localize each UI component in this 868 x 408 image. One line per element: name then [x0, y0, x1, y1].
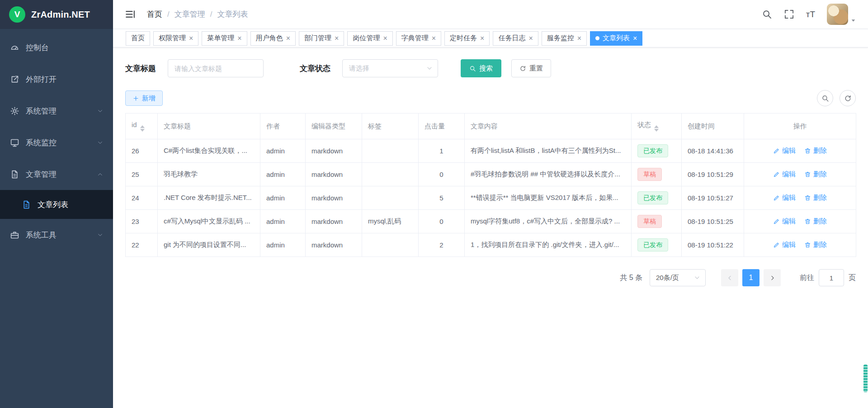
close-icon[interactable]: ×: [189, 35, 193, 42]
sort-carets-icon[interactable]: [654, 125, 659, 132]
cell-created: 08-18 14:41:36: [682, 139, 744, 163]
sidebar-item-external-open[interactable]: 外部打开: [0, 63, 113, 95]
tab-label: 定时任务: [450, 34, 477, 43]
cell-id: 25: [126, 163, 158, 186]
tab-user-roles[interactable]: 用户角色×: [250, 31, 296, 46]
refresh-icon: [519, 65, 526, 72]
cell-created: 08-19 10:51:27: [682, 186, 744, 210]
edit-link[interactable]: 编辑: [773, 217, 796, 226]
breadcrumb-item[interactable]: 文章列表: [217, 9, 248, 19]
reset-button[interactable]: 重置: [511, 59, 551, 77]
tab-post-management[interactable]: 岗位管理×: [347, 31, 392, 46]
user-menu-caret-icon[interactable]: [850, 18, 856, 24]
prev-page-button[interactable]: [721, 269, 738, 286]
user-menu: [827, 4, 856, 25]
sidebar-item-label: 系统监控: [26, 138, 57, 148]
close-icon[interactable]: ×: [335, 35, 339, 42]
user-avatar[interactable]: [827, 4, 848, 25]
close-icon[interactable]: ×: [480, 35, 484, 42]
tab-service-monitor[interactable]: 服务监控×: [542, 31, 587, 46]
delete-link[interactable]: 删除: [804, 147, 827, 155]
column-header-label: id: [132, 121, 137, 128]
toggle-search-button[interactable]: [817, 90, 833, 106]
add-button[interactable]: 新增: [125, 90, 163, 106]
topbar-actions: тT: [762, 4, 856, 25]
cell-author: admin: [260, 163, 306, 186]
edit-link[interactable]: 编辑: [773, 147, 796, 155]
font-size-icon[interactable]: тT: [806, 9, 815, 19]
sidebar-item-system-management[interactable]: 系统管理: [0, 95, 113, 127]
content: 文章标题 文章状态 请选择 搜索 重置 新: [113, 47, 868, 408]
tab-task-logs[interactable]: 任务日志×: [493, 31, 538, 46]
column-header-author: 作者: [260, 114, 306, 139]
edit-link[interactable]: 编辑: [773, 241, 796, 249]
header-search-icon[interactable]: [762, 9, 772, 19]
next-page-button[interactable]: [764, 269, 781, 286]
delete-link[interactable]: 删除: [804, 194, 827, 202]
close-icon[interactable]: ×: [633, 35, 637, 42]
article-title-input[interactable]: [168, 59, 264, 77]
edit-link[interactable]: 编辑: [773, 194, 796, 202]
fullscreen-icon[interactable]: [784, 9, 794, 19]
sidebar-item-article-list[interactable]: 文章列表: [0, 190, 113, 219]
cell-tags: [362, 186, 419, 210]
delete-link[interactable]: 删除: [804, 241, 827, 249]
cell-status: 草稿: [632, 163, 682, 186]
column-header-label: 标签: [368, 122, 382, 130]
sidebar-item-console[interactable]: 控制台: [0, 32, 113, 63]
app-title: ZrAdmin.NET: [31, 9, 90, 20]
tab-home[interactable]: 首页: [126, 31, 150, 46]
column-header-id[interactable]: id: [126, 114, 158, 139]
tab-menu-management[interactable]: 菜单管理×: [202, 31, 247, 46]
sidebar-toggle-icon[interactable]: [125, 9, 136, 20]
cell-created: 08-19 10:51:22: [682, 233, 744, 257]
topbar: 首页/文章管理/文章列表 тT: [113, 0, 868, 29]
goto-page-input[interactable]: [819, 269, 844, 286]
cell-status: 已发布: [632, 186, 682, 210]
article-status-select[interactable]: 请选择: [342, 59, 438, 77]
cell-content: mysql字符集utf8，c#写入中文后，全部显示成? ...: [465, 210, 632, 233]
delete-link-label: 删除: [813, 194, 827, 202]
tab-label: 权限管理: [159, 34, 186, 43]
close-icon[interactable]: ×: [577, 35, 581, 42]
edit-link-label: 编辑: [782, 217, 796, 226]
tab-article-list[interactable]: 文章列表×: [590, 31, 642, 46]
tab-label: 字典管理: [401, 34, 429, 43]
sort-carets-icon[interactable]: [140, 125, 145, 132]
delete-link[interactable]: 删除: [804, 170, 827, 179]
refresh-table-button[interactable]: [840, 90, 856, 106]
close-icon[interactable]: ×: [237, 35, 241, 42]
pagination: 共 5 条 20条/页 1 前往 页: [125, 269, 856, 286]
sidebar-item-system-monitor[interactable]: 系统监控: [0, 127, 113, 158]
tab-permission-management[interactable]: 权限管理×: [153, 31, 198, 46]
sidebar-item-article-management[interactable]: 文章管理: [0, 158, 113, 190]
search-button[interactable]: 搜索: [461, 59, 501, 77]
close-icon[interactable]: ×: [432, 35, 436, 42]
tab-label: 岗位管理: [353, 34, 380, 43]
delete-link-label: 删除: [813, 217, 827, 226]
delete-link[interactable]: 删除: [804, 217, 827, 226]
page-number-button[interactable]: 1: [742, 269, 760, 286]
sidebar-item-system-tools[interactable]: 系统工具: [0, 219, 113, 251]
tab-label: 部门管理: [304, 34, 331, 43]
active-dot-icon: [595, 36, 599, 40]
column-header-label: 点击量: [425, 122, 445, 130]
tab-dict-management[interactable]: 字典管理×: [396, 31, 441, 46]
table-toolbar: 新增: [125, 90, 856, 106]
close-icon[interactable]: ×: [383, 35, 387, 42]
cell-tags: [362, 139, 419, 163]
edit-icon: [773, 171, 780, 178]
scrollbar-thumb[interactable]: [863, 365, 868, 392]
close-icon[interactable]: ×: [286, 35, 290, 42]
breadcrumb-item[interactable]: 首页: [147, 9, 162, 19]
page-size-value: 20条/页: [656, 274, 679, 282]
app-logo[interactable]: V ZrAdmin.NET: [0, 0, 113, 29]
close-icon[interactable]: ×: [528, 35, 533, 42]
breadcrumb-item[interactable]: 文章管理: [175, 9, 205, 19]
column-header-status[interactable]: 状态: [632, 114, 682, 139]
edit-link[interactable]: 编辑: [773, 170, 796, 179]
table-header-row: id文章标题作者编辑器类型标签点击量文章内容状态创建时间操作: [126, 114, 856, 139]
tab-scheduled-tasks[interactable]: 定时任务×: [444, 31, 490, 46]
tab-dept-management[interactable]: 部门管理×: [299, 31, 344, 46]
page-size-select[interactable]: 20条/页: [650, 269, 706, 286]
